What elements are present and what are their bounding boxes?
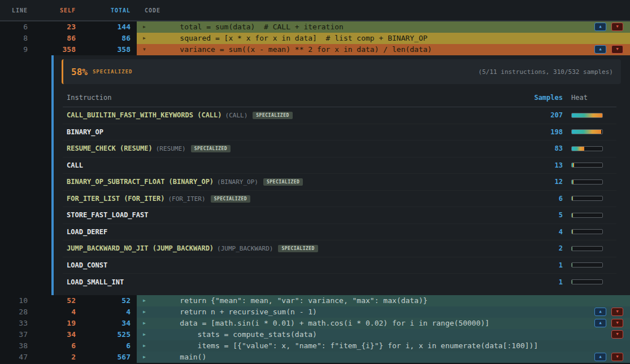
instruction-name: CALL_BUILTIN_FAST_WITH_KEYWORDS (CALL) — [67, 111, 222, 119]
instruction-row: FOR_ITER_LIST (FOR_ITER)(FOR_ITER)SPECIA… — [63, 191, 616, 208]
self-samples: 86 — [35, 33, 79, 44]
instruction-name: STORE_FAST_LOAD_FAST — [67, 211, 149, 219]
jump-down-button[interactable]: ▼ — [611, 23, 623, 31]
heat-bar — [571, 146, 616, 151]
sample-count: 6 — [522, 195, 563, 203]
instruction-row: LOAD_SMALL_INT 1 — [63, 274, 616, 291]
heat-fill — [572, 230, 573, 234]
jump-down-button[interactable]: ▼ — [611, 353, 623, 361]
specialized-badge: SPECIALIZED — [191, 145, 231, 152]
jump-up-button[interactable]: ▲ — [594, 319, 606, 327]
code-text: total = sum(data) # CALL + iteration — [137, 21, 630, 33]
heat-fill — [572, 113, 602, 117]
code-cell[interactable]: ▶ stats = compute_stats(data) ▼ — [137, 329, 630, 340]
jump-down-button[interactable]: ▼ — [611, 308, 623, 316]
specialized-label: SPECIALIZED — [93, 69, 133, 74]
jump-down-button[interactable]: ▼ — [611, 319, 623, 327]
code-cell[interactable]: ▶ main() ▲ ▼ — [137, 352, 630, 363]
heat-bar — [571, 229, 616, 234]
expand-collapsed-icon[interactable]: ▶ — [143, 329, 146, 340]
jump-up-button[interactable]: ▲ — [594, 353, 606, 361]
base-opcode: (RESUME) — [156, 145, 186, 152]
heat-fill — [572, 280, 572, 284]
expand-expanded-icon[interactable]: ▼ — [143, 44, 146, 55]
code-cell[interactable]: ▶ total = sum(data) # CALL + iteration ▲… — [137, 21, 630, 33]
total-samples: 144 — [79, 21, 137, 33]
self-samples: 6 — [35, 340, 79, 352]
instruction-name: JUMP_BACKWARD_NO_JIT (JUMP_BACKWARD) — [67, 244, 214, 252]
base-opcode: (BINARY_OP) — [217, 178, 258, 186]
heat-bar — [571, 246, 616, 251]
code-row-line-9: 9 358 358 ▼ variance = sum((x - mean) **… — [0, 44, 630, 55]
sample-count: 83 — [522, 144, 563, 152]
line-number: 28 — [0, 306, 35, 318]
expand-collapsed-icon[interactable]: ▶ — [143, 352, 146, 363]
heat-bar — [571, 262, 616, 267]
jump-up-button[interactable]: ▲ — [594, 45, 606, 54]
line-number: 8 — [0, 33, 35, 44]
expand-collapsed-icon[interactable]: ▶ — [143, 33, 146, 44]
instruction-name: LOAD_SMALL_INT — [67, 278, 124, 286]
line-number: 6 — [0, 21, 35, 33]
heat-fill — [572, 147, 584, 151]
line-number: 10 — [0, 295, 35, 306]
code-cell[interactable]: ▶ items = [{"value": x, "name": f"item_{… — [137, 340, 630, 352]
self-samples: 23 — [35, 21, 79, 33]
sample-count: 12 — [522, 178, 563, 186]
code-cell[interactable]: ▶ return {"mean": mean, "var": variance,… — [137, 295, 630, 306]
code-row-line-8: 8 86 86 ▶ squared = [x * x for x in data… — [0, 33, 630, 44]
specialized-badge: SPECIALIZED — [211, 195, 250, 203]
code-row-line-10: 10 52 52 ▶ return {"mean": mean, "var": … — [0, 295, 630, 306]
sample-count: 198 — [522, 128, 563, 136]
column-header-instruction: Instruction — [67, 94, 522, 102]
base-opcode: (JUMP_BACKWARD) — [217, 245, 273, 252]
code-row-line-47: 47 2 567 ▶ main() ▲ ▼ — [0, 352, 630, 363]
instruction-row: BINARY_OP_SUBTRACT_FLOAT (BINARY_OP)(BIN… — [63, 174, 616, 191]
expand-collapsed-icon[interactable]: ▶ — [143, 340, 146, 352]
jump-down-button[interactable]: ▼ — [611, 45, 623, 54]
heat-fill — [572, 263, 572, 267]
expand-collapsed-icon[interactable]: ▶ — [143, 318, 146, 329]
heat-fill — [572, 130, 601, 134]
code-cell[interactable]: ▶ squared = [x * x for x in data] # list… — [137, 33, 630, 44]
specialized-badge: SPECIALIZED — [253, 112, 292, 119]
code-text: return {"mean": mean, "var": variance, "… — [137, 295, 630, 306]
expand-collapsed-icon[interactable]: ▶ — [143, 306, 146, 318]
sample-count: 1 — [522, 261, 563, 269]
line-number: 47 — [0, 352, 35, 363]
heat-fill — [572, 247, 572, 251]
code-text: items = [{"value": x, "name": f"item_{i}… — [137, 340, 630, 352]
instruction-table-header: Instruction Samples Heat — [63, 90, 616, 107]
sample-count: 2 — [522, 244, 563, 252]
jump-up-button[interactable]: ▲ — [594, 23, 606, 31]
expand-collapsed-icon[interactable]: ▶ — [143, 295, 146, 306]
total-samples: 567 — [79, 352, 137, 363]
sample-count: 1 — [522, 278, 563, 286]
total-samples: 34 — [79, 318, 137, 329]
code-cell[interactable]: ▶ return n + recursive_sum(n - 1) ▲ ▼ — [137, 306, 630, 318]
code-cell[interactable]: ▼ variance = sum((x - mean) ** 2 for x i… — [137, 44, 630, 55]
jump-down-button[interactable]: ▼ — [611, 330, 623, 339]
code-text: squared = [x * x for x in data] # list c… — [137, 33, 630, 44]
line-number: 9 — [0, 44, 35, 55]
instruction-detail-panel: 58% SPECIALIZED (5/11 instructions, 310/… — [51, 55, 630, 295]
heat-bar — [571, 279, 616, 284]
summary-counts: (5/11 instructions, 310/532 samples) — [479, 68, 613, 76]
jump-up-button[interactable]: ▲ — [594, 308, 606, 316]
instruction-row: BINARY_OP 198 — [63, 124, 616, 141]
instruction-row: CALL_BUILTIN_FAST_WITH_KEYWORDS (CALL)(C… — [63, 107, 616, 124]
heat-fill — [572, 196, 573, 200]
instruction-row: LOAD_DEREF 4 — [63, 224, 616, 241]
self-samples: 52 — [35, 295, 79, 306]
heat-fill — [572, 180, 573, 184]
code-text: data = [math.sin(i * 0.01) + math.cos(i … — [137, 318, 630, 329]
base-opcode: (FOR_ITER) — [168, 195, 205, 203]
instruction-name: RESUME_CHECK (RESUME) — [67, 144, 153, 152]
instruction-row: LOAD_CONST 1 — [63, 257, 616, 274]
heat-bar — [571, 213, 616, 218]
instruction-table: Instruction Samples Heat CALL_BUILTIN_FA… — [63, 90, 616, 291]
code-cell[interactable]: ▶ data = [math.sin(i * 0.01) + math.cos(… — [137, 318, 630, 329]
expand-collapsed-icon[interactable]: ▶ — [143, 21, 146, 33]
code-row-line-37: 37 34 525 ▶ stats = compute_stats(data) … — [0, 329, 630, 340]
instruction-row: JUMP_BACKWARD_NO_JIT (JUMP_BACKWARD)(JUM… — [63, 240, 616, 257]
